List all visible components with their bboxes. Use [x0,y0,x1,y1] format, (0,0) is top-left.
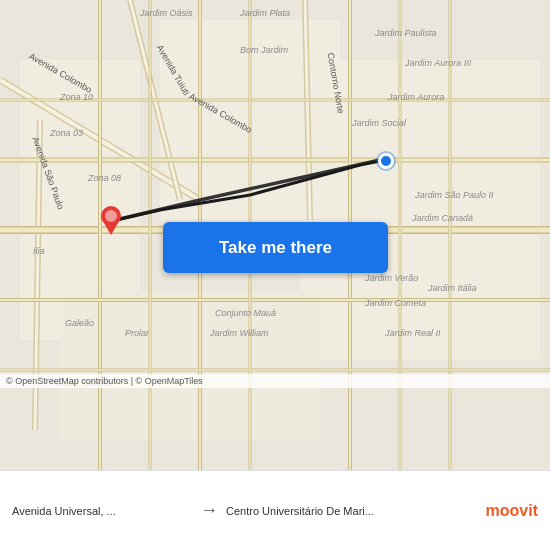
route-from-text: Avenida Universal, ... [12,505,116,517]
neighborhood-prolar: Prolar [125,328,149,338]
route-info: Avenida Universal, ... → Centro Universi… [12,500,476,521]
neighborhood-jardim-oasis: Jardim Oásis [140,8,193,18]
map-dot-blue [378,153,394,169]
neighborhood-ilia: ília [33,246,45,256]
neighborhood-jardim-canada: Jardim Canadá [412,213,473,223]
neighborhood-jardim-sp2: Jardim São Paulo II [415,190,494,200]
map-container: Jardim Oásis Jardim Plata Bom Jardim Jar… [0,0,550,470]
neighborhood-jardim-cometa: Jardim Cometa [365,298,426,308]
neighborhood-jardim-social: Jardim Social [352,118,406,128]
route-from: Avenida Universal, ... [12,505,192,517]
neighborhood-jardim-paulista: Jardim Paulista [375,28,437,38]
neighborhood-jardim-aurora-iii: Jardim Aurora III [405,58,471,68]
neighborhood-zona08: Zona 08 [88,173,121,183]
svg-marker-40 [104,223,118,235]
map-attribution: © OpenStreetMap contributors | © OpenMap… [0,374,550,388]
svg-point-39 [105,210,117,222]
neighborhood-jardim-italia: Jardim Itália [428,283,477,293]
route-to-text: Centro Universitário De Mari... [226,505,374,517]
neighborhood-bom-jardim: Bom Jardim [240,45,288,55]
route-to: Centro Universitário De Mari... [226,505,406,517]
neighborhood-jardim-plata: Jardim Plata [240,8,290,18]
moovit-logo-text: moovit [486,502,538,520]
neighborhood-zona03: Zona 03 [50,128,83,138]
neighborhood-jardim-william: Jardim William [210,328,268,338]
neighborhood-jardim-aurora: Jardim Aurora [388,92,444,102]
moovit-logo: moovit [486,502,538,520]
neighborhood-jardim-real-ii: Jardim Real II [385,328,441,338]
map-pin-red [100,205,122,241]
route-arrow-icon: → [200,500,218,521]
bottom-bar: Avenida Universal, ... → Centro Universi… [0,470,550,550]
neighborhood-jardim-verao: Jardim Verão [365,273,418,283]
neighborhood-conjunto-maua: Conjunto Mauá [215,308,276,318]
neighborhood-galeao: Galeão [65,318,94,328]
take-me-there-button[interactable]: Take me there [163,222,388,273]
